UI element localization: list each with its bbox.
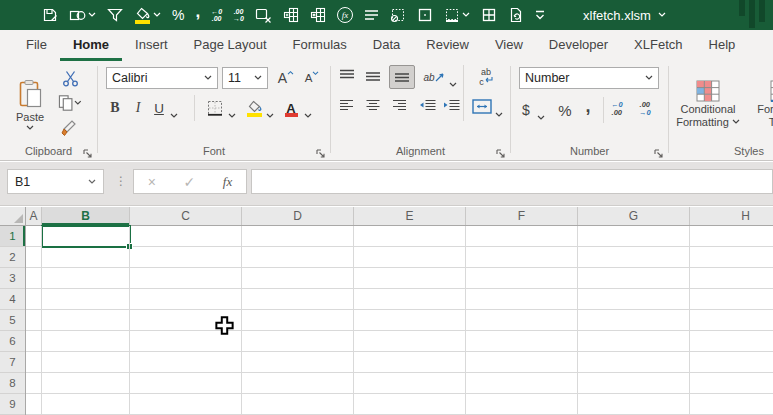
alignment-dialog-launcher[interactable] bbox=[495, 145, 506, 156]
row-header-4[interactable]: 4 bbox=[0, 289, 25, 310]
fill-color-button[interactable] bbox=[244, 97, 264, 119]
copy-button[interactable] bbox=[58, 92, 82, 114]
underline-dropdown[interactable] bbox=[170, 105, 178, 123]
top-align-button[interactable] bbox=[339, 69, 355, 81]
decrease-font-size-button[interactable]: A bbox=[300, 67, 324, 89]
row-header-8[interactable]: 8 bbox=[0, 373, 25, 394]
tab-file[interactable]: File bbox=[13, 30, 60, 61]
align-right-button[interactable] bbox=[391, 99, 407, 111]
formula-bar-resizer[interactable]: ⋮ bbox=[115, 174, 127, 188]
number-dialog-launcher[interactable] bbox=[653, 145, 664, 156]
orientation-button[interactable]: ab bbox=[423, 67, 445, 87]
insert-function-fx-icon[interactable]: fx bbox=[223, 174, 232, 190]
tab-formulas[interactable]: Formulas bbox=[280, 30, 360, 61]
tab-view[interactable]: View bbox=[482, 30, 536, 61]
increase-indent-button[interactable] bbox=[443, 99, 460, 111]
bottom-align-button-active[interactable] bbox=[389, 65, 415, 89]
accounting-format-button[interactable]: $ bbox=[519, 99, 533, 121]
font-dialog-launcher[interactable] bbox=[315, 145, 326, 156]
percent-style-button[interactable]: % bbox=[555, 99, 575, 121]
fill-color-icon[interactable] bbox=[134, 7, 161, 24]
merge-center-button[interactable] bbox=[471, 97, 493, 115]
format-as-table-button[interactable]: Format as Table bbox=[747, 65, 773, 143]
cancel-icon[interactable]: × bbox=[148, 174, 156, 190]
font-color-button[interactable]: A bbox=[282, 97, 300, 119]
comma-style-button[interactable]: , bbox=[581, 95, 595, 117]
all-borders-icon[interactable] bbox=[481, 7, 497, 23]
row-header-3[interactable]: 3 bbox=[0, 268, 25, 289]
row-header-5[interactable]: 5 bbox=[0, 310, 25, 331]
orientation-dropdown[interactable] bbox=[449, 74, 457, 92]
clipboard-dialog-launcher[interactable] bbox=[82, 145, 93, 156]
no-border-icon[interactable] bbox=[390, 7, 406, 23]
percent-icon[interactable]: % bbox=[172, 8, 184, 22]
increase-decimal-button[interactable]: ←0.00 bbox=[611, 101, 623, 116]
middle-align-button[interactable] bbox=[365, 71, 381, 83]
column-header-E[interactable]: E bbox=[354, 207, 466, 225]
increase-font-size-button[interactable]: A bbox=[274, 67, 298, 89]
outside-border-icon[interactable] bbox=[417, 7, 433, 23]
italic-button[interactable]: I bbox=[130, 97, 146, 119]
row-header-2[interactable]: 2 bbox=[0, 247, 25, 268]
delete-cells-icon[interactable] bbox=[255, 7, 272, 23]
font-name-combo[interactable]: Calibri bbox=[106, 67, 218, 89]
accounting-format-dropdown[interactable] bbox=[537, 107, 545, 125]
column-header-D[interactable]: D bbox=[242, 207, 354, 225]
insert-function-icon[interactable]: fx bbox=[337, 7, 353, 23]
tab-xlfetch[interactable]: XLFetch bbox=[621, 30, 695, 61]
shapes-icon[interactable] bbox=[69, 7, 96, 23]
cells-area[interactable] bbox=[26, 226, 773, 415]
workbook-title[interactable]: xlfetch.xlsm bbox=[583, 8, 666, 23]
column-header-C[interactable]: C bbox=[130, 207, 242, 225]
column-header-B[interactable]: B bbox=[42, 207, 130, 225]
center-button[interactable] bbox=[365, 99, 381, 111]
tab-developer[interactable]: Developer bbox=[536, 30, 621, 61]
increase-decimal-icon[interactable]: ←0.00 bbox=[211, 8, 222, 22]
conditional-formatting-button[interactable]: Conditional Formatting bbox=[673, 65, 743, 143]
tab-review[interactable]: Review bbox=[413, 30, 482, 61]
decrease-decimal-button[interactable]: .00→0 bbox=[639, 101, 651, 116]
formula-input[interactable] bbox=[251, 169, 773, 194]
merge-center-dropdown[interactable] bbox=[495, 104, 503, 122]
tab-page-layout[interactable]: Page Layout bbox=[181, 30, 280, 61]
row-header-1[interactable]: 1 bbox=[0, 226, 25, 247]
font-size-combo[interactable]: 11 bbox=[222, 67, 268, 89]
tab-data[interactable]: Data bbox=[360, 30, 413, 61]
wrap-text-button[interactable]: ab c bbox=[473, 65, 499, 89]
tab-help[interactable]: Help bbox=[696, 30, 749, 61]
column-header-G[interactable]: G bbox=[578, 207, 690, 225]
filter-icon[interactable] bbox=[107, 7, 123, 23]
name-box[interactable]: B1 bbox=[7, 169, 104, 194]
row-header-7[interactable]: 7 bbox=[0, 352, 25, 373]
fill-color-dropdown[interactable] bbox=[266, 105, 274, 123]
enter-icon[interactable]: ✓ bbox=[184, 174, 196, 190]
column-header-H[interactable]: H bbox=[690, 207, 773, 225]
column-header-A[interactable]: A bbox=[26, 207, 42, 225]
font-color-dropdown[interactable] bbox=[304, 105, 312, 123]
tab-home[interactable]: Home bbox=[60, 30, 122, 61]
refresh-document-icon[interactable] bbox=[508, 7, 524, 23]
row-header-6[interactable]: 6 bbox=[0, 331, 25, 352]
select-all-corner[interactable] bbox=[0, 207, 26, 226]
column-header-F[interactable]: F bbox=[466, 207, 578, 225]
bold-button[interactable]: B bbox=[106, 97, 124, 119]
insert-cells-icon[interactable] bbox=[283, 7, 299, 23]
save-icon[interactable] bbox=[42, 7, 58, 23]
qat-overflow-icon[interactable] bbox=[535, 10, 545, 20]
bottom-border-icon[interactable] bbox=[444, 7, 470, 23]
align-left-button[interactable] bbox=[339, 99, 355, 111]
align-text-icon[interactable] bbox=[364, 8, 379, 22]
borders-button[interactable] bbox=[204, 97, 226, 119]
format-painter-button[interactable] bbox=[58, 117, 82, 139]
underline-button[interactable]: U bbox=[150, 97, 168, 119]
decrease-decimal-icon[interactable]: .00→0 bbox=[233, 8, 244, 22]
tab-insert[interactable]: Insert bbox=[122, 30, 181, 61]
decrease-indent-button[interactable] bbox=[419, 99, 436, 111]
paste-button[interactable]: Paste bbox=[8, 66, 52, 144]
comma-icon[interactable]: , bbox=[195, 7, 200, 17]
cut-button[interactable] bbox=[58, 67, 82, 89]
worksheet-grid[interactable]: ABCDEFGH 123456789 bbox=[0, 207, 773, 415]
number-format-combo[interactable]: Number bbox=[519, 67, 659, 89]
delete-columns-icon[interactable] bbox=[310, 7, 326, 23]
row-header-9[interactable]: 9 bbox=[0, 394, 25, 415]
